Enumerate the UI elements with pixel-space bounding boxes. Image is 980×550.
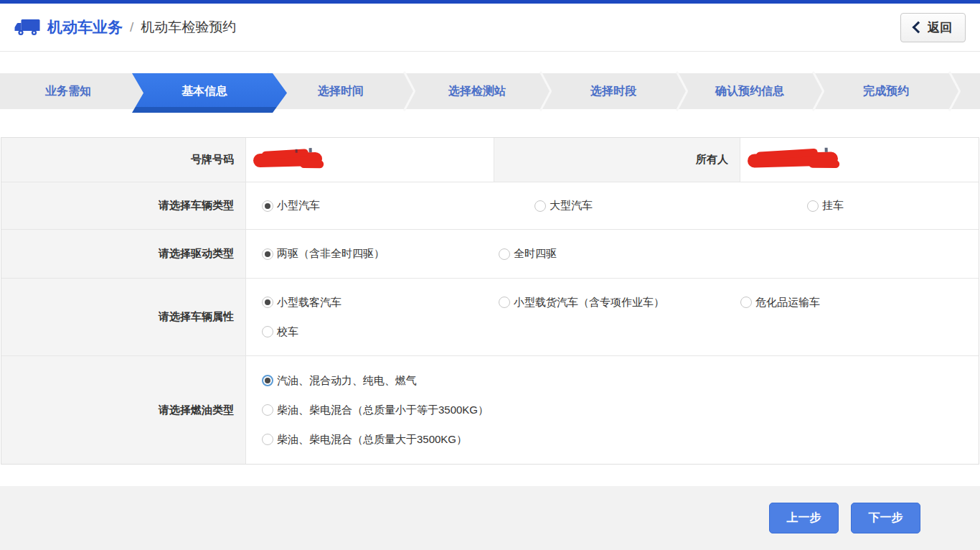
- radio-option[interactable]: 校车: [262, 325, 298, 339]
- form-row-label: 请选择燃油类型: [1, 356, 246, 464]
- radio-option-label: 汽油、混合动力、纯电、燃气: [277, 374, 417, 388]
- radio-unselected-icon[interactable]: [262, 326, 273, 337]
- main-content: 号牌号码 所有人 请选择车辆类型小型汽车大型汽车挂车请选择驱动类型两驱（含非全时…: [0, 137, 980, 465]
- form-row-vehicle-type: 请选择车辆类型小型汽车大型汽车挂车: [1, 182, 979, 230]
- owner-value-cell: [740, 138, 979, 182]
- step-tab-7[interactable]: 完成预约: [818, 73, 954, 109]
- back-button[interactable]: 返回: [900, 13, 966, 42]
- radio-unselected-icon[interactable]: [262, 434, 273, 445]
- option-line: 两驱（含非全时四驱）全时四驱: [262, 239, 979, 269]
- step-tab-4[interactable]: 选择检测站: [409, 73, 545, 109]
- form-row-options: 小型载客汽车小型载货汽车（含专项作业车）危化品运输车校车: [246, 279, 979, 355]
- radio-option[interactable]: 柴油、柴电混合（总质量小于等于3500KG）: [262, 404, 489, 417]
- radio-option[interactable]: 大型汽车: [534, 199, 807, 213]
- form-row-label: 请选择驱动类型: [1, 230, 246, 278]
- radio-selected-icon[interactable]: [262, 200, 273, 212]
- radio-selected-icon[interactable]: [262, 297, 273, 308]
- breadcrumb-root-link[interactable]: 机动车业务: [47, 17, 123, 37]
- radio-option-label: 两驱（含非全时四驱）: [277, 247, 385, 261]
- radio-option[interactable]: 小型载客汽车: [262, 296, 499, 309]
- back-button-label: 返回: [928, 19, 952, 36]
- radio-unselected-icon[interactable]: [807, 200, 819, 212]
- radio-option-label: 大型汽车: [550, 199, 593, 213]
- radio-unselected-icon[interactable]: [499, 297, 510, 308]
- step-tab-3[interactable]: 选择时间: [273, 73, 409, 109]
- step-tab-1[interactable]: 业务需知: [0, 73, 136, 109]
- radio-option-label: 小型载货汽车（含专项作业车）: [514, 296, 664, 309]
- form-row-plate-owner: 号牌号码 所有人: [1, 138, 979, 182]
- truck-icon: [14, 17, 40, 37]
- step-tab-label: 完成预约: [863, 84, 909, 99]
- step-tab-label: 选择时间: [318, 84, 364, 99]
- next-step-button[interactable]: 下一步: [851, 503, 920, 533]
- form-row-fuel-type: 请选择燃油类型汽油、混合动力、纯电、燃气柴油、柴电混合（总质量小于等于3500K…: [1, 356, 979, 464]
- radio-option[interactable]: 小型汽车: [262, 199, 534, 213]
- option-line: 小型汽车大型汽车挂车: [262, 191, 979, 220]
- radio-option[interactable]: 全时四驱: [499, 247, 557, 261]
- option-line: 小型载客汽车小型载货汽车（含专项作业车）危化品运输车: [262, 288, 979, 317]
- form-row-drive-type: 请选择驱动类型两驱（含非全时四驱）全时四驱: [1, 230, 979, 279]
- radio-option-label: 小型载客汽车: [277, 296, 341, 309]
- plate-number-value-cell: [246, 138, 494, 182]
- radio-selected-icon[interactable]: [262, 375, 273, 386]
- owner-label: 所有人: [494, 138, 740, 182]
- step-tab-5[interactable]: 选择时段: [545, 73, 682, 109]
- form-row-options: 汽油、混合动力、纯电、燃气柴油、柴电混合（总质量小于等于3500KG）柴油、柴电…: [246, 356, 979, 464]
- form-row-label: 请选择车辆属性: [1, 279, 246, 355]
- option-line: 汽油、混合动力、纯电、燃气: [262, 366, 979, 396]
- radio-option-label: 全时四驱: [514, 247, 557, 261]
- radio-option[interactable]: 柴油、柴电混合（总质量大于3500KG）: [262, 433, 467, 447]
- page-header: 机动车业务 / 机动车检验预约 返回: [0, 4, 980, 52]
- radio-unselected-icon[interactable]: [499, 248, 510, 260]
- step-tab-label: 确认预约信息: [715, 84, 784, 99]
- radio-option[interactable]: 危化品运输车: [740, 296, 820, 309]
- step-tab-label: 选择检测站: [448, 84, 506, 99]
- radio-option[interactable]: 汽油、混合动力、纯电、燃气: [262, 374, 417, 388]
- page-title: 机动车检验预约: [141, 18, 236, 37]
- owner-redaction: [748, 152, 838, 167]
- step-tab-2[interactable]: 基本信息: [136, 73, 273, 109]
- form-row-vehicle-attr: 请选择车辆属性小型载客汽车小型载货汽车（含专项作业车）危化品运输车校车: [1, 279, 979, 356]
- breadcrumb-separator: /: [130, 19, 133, 35]
- steps-bar-filler: [954, 73, 980, 109]
- prev-step-button[interactable]: 上一步: [769, 503, 839, 533]
- radio-option-label: 柴油、柴电混合（总质量大于3500KG）: [277, 433, 467, 447]
- plate-number-label: 号牌号码: [1, 138, 246, 182]
- radio-option[interactable]: 小型载货汽车（含专项作业车）: [499, 296, 740, 309]
- radio-selected-icon[interactable]: [262, 248, 273, 260]
- radio-option-label: 挂车: [822, 199, 844, 213]
- basic-info-form: 号牌号码 所有人 请选择车辆类型小型汽车大型汽车挂车请选择驱动类型两驱（含非全时…: [1, 137, 979, 465]
- radio-unselected-icon[interactable]: [534, 200, 546, 212]
- radio-option[interactable]: 挂车: [807, 199, 844, 213]
- form-row-options: 小型汽车大型汽车挂车: [246, 182, 979, 229]
- radio-unselected-icon[interactable]: [262, 404, 273, 416]
- plate-number-redaction: [253, 152, 322, 168]
- radio-option[interactable]: 两驱（含非全时四驱）: [262, 247, 499, 261]
- breadcrumb: 机动车业务 / 机动车检验预约: [14, 17, 236, 37]
- radio-option-label: 危化品运输车: [755, 296, 820, 309]
- bottom-action-bar: 上一步 下一步: [0, 486, 980, 550]
- form-row-options: 两驱（含非全时四驱）全时四驱: [246, 230, 979, 278]
- radio-unselected-icon[interactable]: [740, 297, 752, 308]
- radio-option-label: 柴油、柴电混合（总质量小于等于3500KG）: [277, 404, 489, 417]
- form-rows: 请选择车辆类型小型汽车大型汽车挂车请选择驱动类型两驱（含非全时四驱）全时四驱请选…: [1, 182, 979, 464]
- steps-bar: 业务需知基本信息选择时间选择检测站选择时段确认预约信息完成预约: [0, 73, 980, 109]
- radio-option-label: 小型汽车: [277, 199, 320, 213]
- back-chevron-icon: [913, 22, 925, 34]
- form-row-label: 请选择车辆类型: [1, 182, 246, 229]
- option-line: 柴油、柴电混合（总质量小于等于3500KG）: [262, 396, 979, 425]
- step-tab-label: 选择时段: [590, 84, 636, 99]
- radio-option-label: 校车: [277, 325, 298, 339]
- step-tab-6[interactable]: 确认预约信息: [682, 73, 818, 109]
- step-tab-label: 基本信息: [182, 84, 227, 99]
- step-tab-label: 业务需知: [45, 84, 91, 99]
- option-line: 柴油、柴电混合（总质量大于3500KG）: [262, 425, 979, 455]
- option-line: 校车: [262, 317, 979, 347]
